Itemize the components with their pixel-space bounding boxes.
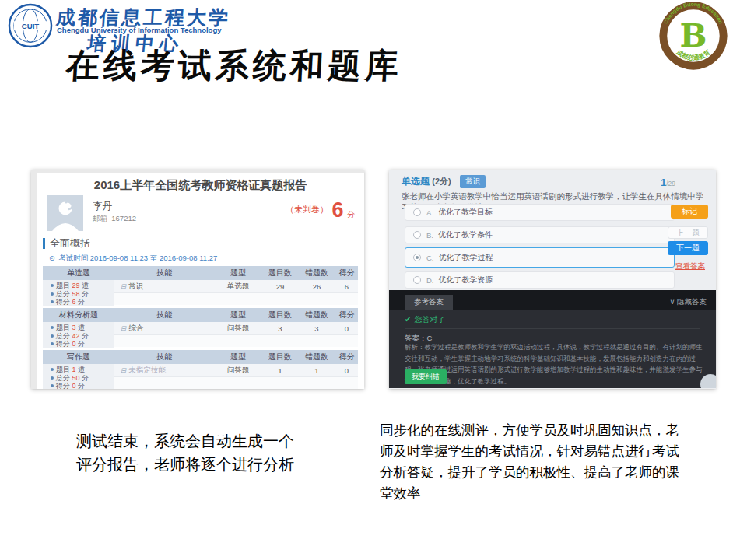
stat-label: 得分: [56, 382, 70, 389]
cell-score: 6: [335, 282, 358, 291]
cell-skill: 综合: [128, 324, 143, 332]
stat-unit: 分: [78, 382, 85, 389]
correct-label: 您答对了: [414, 315, 445, 324]
time-label: 考试时间: [58, 254, 88, 262]
option-d[interactable]: D. 优化了教学资源: [405, 271, 675, 289]
report-error-button[interactable]: 我要纠错: [405, 369, 447, 384]
question-type: 单选题: [402, 176, 430, 187]
bullet-icon: [51, 292, 54, 296]
bitong-mark: B: [680, 16, 707, 54]
stat-value: 6: [72, 298, 76, 306]
bullet-icon: [51, 334, 54, 338]
stat-value: 29: [72, 282, 80, 289]
next-question-button[interactable]: 下一题: [668, 241, 708, 255]
option-b[interactable]: B. 优化了教学条件: [405, 226, 675, 243]
view-answer-link[interactable]: 查看答案: [675, 261, 705, 271]
collapse-icon[interactable]: ⊟: [121, 282, 126, 290]
table-body: 题目 1 道 总分 50 分 得分 0 分 ⊟未指定技能 问答题 1 1 0: [43, 364, 358, 389]
blue-bar-icon: [43, 238, 45, 249]
table-header: 写作题 技能 题型 题目数 错题数 得分: [43, 350, 358, 364]
exam-screenshot: 单选题 (2分) 常识 1/29 张老师在小学英语教学中恰当运用英语话剧的形式进…: [389, 170, 716, 389]
stat-value: 0: [72, 340, 76, 348]
report-section-writing: 写作题 技能 题型 题目数 错题数 得分 题目 1 道 总分 50 分 得分 0…: [43, 350, 358, 389]
question-counter: 1/29: [661, 175, 675, 189]
stat-value: 1: [72, 366, 76, 373]
stat-label: 总分: [56, 374, 70, 382]
col-wrong: 错题数: [298, 268, 335, 278]
stat-label: 总分: [56, 332, 70, 340]
person-icon: [47, 195, 83, 231]
floating-button[interactable]: [700, 374, 716, 388]
option-letter: B.: [426, 231, 433, 240]
question-total: /29: [666, 180, 675, 187]
table-row: ⊟综合 问答题 3 3 0: [114, 322, 358, 335]
question-points: (2分): [432, 177, 451, 186]
page-title: 在线考试系统和题库: [65, 44, 403, 89]
time-end: 2016-09-08 11:27: [160, 254, 217, 262]
option-letter: C.: [426, 254, 434, 262]
table-row: ⊟未指定技能 问答题 1 1 0: [114, 364, 358, 377]
col-wrong: 错题数: [298, 352, 335, 362]
slide-canvas: CUIT 成都信息工程大学 Chengdu University of Info…: [0, 0, 747, 560]
hide-answer-label: 隐藏答案: [677, 297, 707, 306]
stat-unit: 道: [78, 366, 85, 373]
tab-reference-answer[interactable]: 参考答案: [405, 295, 453, 310]
stat-unit: 道: [78, 324, 85, 331]
radio-icon: [413, 231, 421, 239]
cell-count: 1: [262, 366, 298, 375]
stat-value: 58: [72, 290, 80, 298]
grading-status: （未判卷）: [286, 205, 328, 214]
score-display: （未判卷） 6 分: [286, 198, 355, 222]
score-unit: 分: [347, 210, 355, 219]
previous-question-button[interactable]: 上一题: [668, 226, 708, 239]
check-icon: ✔: [405, 315, 411, 324]
clock-icon: ⊙: [49, 254, 55, 262]
skill-badge: 常识: [460, 175, 486, 188]
section-name: 单选题: [43, 268, 114, 278]
time-to: 至: [150, 254, 158, 262]
cell-type: 问答题: [214, 366, 262, 376]
option-text: 优化了教学目标: [438, 207, 493, 218]
col-skill: 技能: [114, 352, 214, 362]
stat-value: 50: [72, 374, 80, 382]
col-score: 得分: [335, 268, 358, 278]
col-type: 题型: [214, 352, 262, 362]
bullet-icon: [51, 384, 54, 387]
radio-icon: [413, 208, 421, 216]
col-score: 得分: [335, 352, 358, 362]
stat-unit: 分: [82, 290, 89, 298]
col-type: 题型: [214, 268, 262, 278]
caption-left: 测试结束，系统会自动生成一个评分报告，老师将逐个进行分析: [76, 429, 303, 476]
collapse-icon[interactable]: ⊟: [121, 324, 126, 332]
cell-type: 问答题: [214, 324, 262, 334]
table-header: 材料分析题 技能 题型 题目数 错题数 得分: [43, 308, 358, 322]
col-count: 题目数: [262, 352, 298, 362]
section-stats: 题目 29 道 总分 58 分 得分 6 分: [43, 280, 114, 306]
stat-unit: 分: [82, 374, 89, 382]
col-skill: 技能: [114, 268, 214, 278]
col-score: 得分: [335, 310, 358, 320]
report-section-single-choice: 单选题 技能 题型 题目数 错题数 得分 题目 29 道 总分 58 分 得分 …: [43, 266, 358, 305]
cell-wrong: 1: [298, 366, 335, 375]
option-text: 优化了教学条件: [438, 229, 493, 240]
cell-wrong: 3: [298, 324, 335, 333]
hide-answer-toggle[interactable]: ∨ 隐藏答案: [669, 297, 707, 307]
col-type: 题型: [214, 310, 262, 320]
mark-button[interactable]: 标记: [671, 205, 708, 219]
bullet-icon: [51, 342, 54, 345]
bullet-icon: [51, 300, 54, 303]
stat-value: 0: [72, 382, 76, 389]
cell-wrong: 26: [298, 282, 335, 291]
option-c[interactable]: C. 优化了教学过程: [405, 247, 675, 268]
radio-icon: [413, 276, 421, 284]
exam-time-row: ⊙ 考试时间 2016-09-08 11:23 至 2016-09-08 11:…: [49, 254, 217, 264]
bullet-icon: [51, 326, 54, 329]
collapse-icon[interactable]: ⊟: [121, 366, 126, 374]
option-a[interactable]: A. 优化了教学目标: [405, 204, 675, 221]
cell-count: 3: [262, 324, 298, 333]
section-name: 写作题: [43, 352, 114, 362]
bullet-icon: [51, 368, 54, 371]
option-letter: A.: [426, 208, 433, 217]
table-header: 单选题 技能 题型 题目数 错题数 得分: [43, 266, 358, 280]
time-start: 2016-09-08 11:23: [90, 254, 148, 262]
